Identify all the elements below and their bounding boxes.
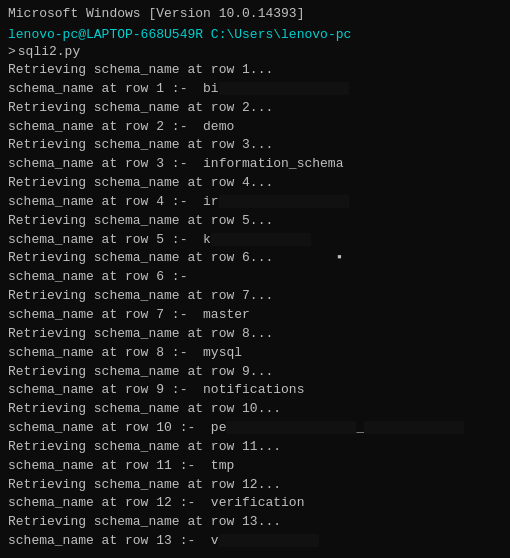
output-line-24: schema_name at row 12 :- verification: [8, 494, 502, 513]
output-line-8: schema_name at row 4 :- ir: [8, 193, 502, 212]
output-line-14: schema_name at row 7 :- master: [8, 306, 502, 325]
output-line-10: schema_name at row 5 :- k: [8, 231, 502, 250]
output-line-16: schema_name at row 8 :- mysql: [8, 344, 502, 363]
command-line: > sqli2.py: [8, 44, 502, 59]
output-line-15: Retrieving schema_name at row 8...: [8, 325, 502, 344]
title-bar: Microsoft Windows [Version 10.0.14393]: [8, 6, 502, 21]
output-line-2: schema_name at row 1 :- bi: [8, 80, 502, 99]
output-line-13: Retrieving schema_name at row 7...: [8, 287, 502, 306]
output-line-7: Retrieving schema_name at row 4...: [8, 174, 502, 193]
output-line-23: Retrieving schema_name at row 12...: [8, 476, 502, 495]
output-line-5: Retrieving schema_name at row 3...: [8, 136, 502, 155]
output-line-21: Retrieving schema_name at row 11...: [8, 438, 502, 457]
output-line-1: Retrieving schema_name at row 1...: [8, 61, 502, 80]
redacted-5: [219, 534, 319, 547]
output-line-19: Retrieving schema_name at row 10...: [8, 400, 502, 419]
space: [203, 27, 211, 42]
output-line-12: schema_name at row 6 :-: [8, 268, 502, 287]
prompt-symbol: >: [8, 44, 16, 59]
output-line-4: schema_name at row 2 :- demo: [8, 118, 502, 137]
output-line-11: Retrieving schema_name at row 6... ▪: [8, 249, 502, 268]
output-line-25: Retrieving schema_name at row 13...: [8, 513, 502, 532]
user-host: lenovo-pc@LAPTOP-668U549R: [8, 27, 203, 42]
redacted-4: [226, 421, 356, 434]
current-path: C:\Users\lenovo-pc: [211, 27, 351, 42]
output-line-18: schema_name at row 9 :- notifications: [8, 381, 502, 400]
redacted-3: [211, 233, 311, 246]
redacted-1: [219, 82, 349, 95]
output-line-20: schema_name at row 10 :- pe _: [8, 419, 502, 438]
command-text: sqli2.py: [18, 44, 80, 59]
redacted-4b: [364, 421, 464, 434]
output-line-22: schema_name at row 11 :- tmp: [8, 457, 502, 476]
output-line-17: Retrieving schema_name at row 9...: [8, 363, 502, 382]
terminal-window: Microsoft Windows [Version 10.0.14393] l…: [0, 0, 510, 558]
output-line-9: Retrieving schema_name at row 5...: [8, 212, 502, 231]
output-line-3: Retrieving schema_name at row 2...: [8, 99, 502, 118]
redacted-2: [219, 195, 349, 208]
output-line-6: schema_name at row 3 :- information_sche…: [8, 155, 502, 174]
prompt-line: lenovo-pc@LAPTOP-668U549R C:\Users\lenov…: [8, 27, 502, 42]
output-line-26: schema_name at row 13 :- v: [8, 532, 502, 551]
